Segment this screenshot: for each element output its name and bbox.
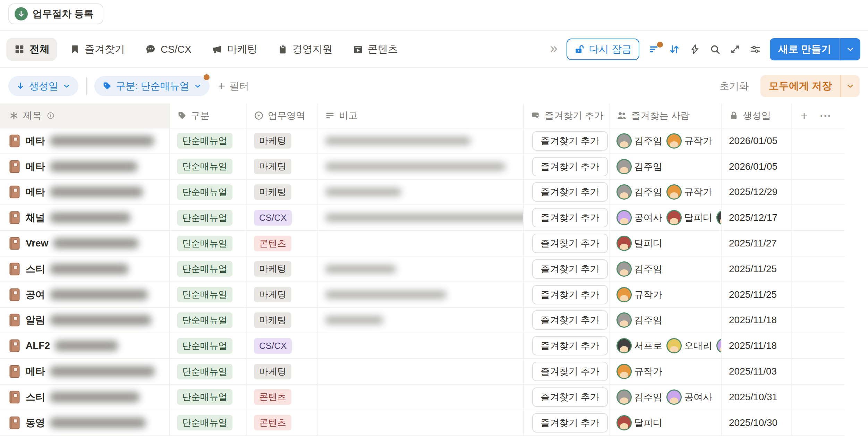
note-cell[interactable]	[318, 359, 524, 384]
more-options-button[interactable]: ⋯	[819, 109, 831, 123]
area-cell[interactable]: CS/CX	[247, 333, 318, 358]
created-date-cell[interactable]: 2026/01/05	[722, 128, 792, 153]
area-cell[interactable]: 마케팅	[247, 128, 318, 153]
favorited-people-cell[interactable]: 규작가	[610, 282, 722, 307]
table-row[interactable]: 메타 단순매뉴얼 마케팅 즐겨찾기 추가 규작가 2025/11/03	[0, 359, 844, 385]
category-cell[interactable]: 단순매뉴얼	[170, 385, 247, 410]
title-cell[interactable]: 동영	[0, 410, 170, 435]
created-date-cell[interactable]: 2025/11/18	[722, 333, 792, 358]
column-header-created[interactable]: 생성일	[722, 103, 792, 128]
sort-pill[interactable]: 생성일	[8, 76, 78, 96]
created-date-cell[interactable]: 2025/11/03	[722, 359, 792, 384]
category-cell[interactable]: 단순매뉴얼	[170, 154, 247, 179]
title-cell[interactable]: Vrew	[0, 231, 170, 256]
title-cell[interactable]: 공여	[0, 282, 170, 307]
add-favorite-button[interactable]: 즐겨찾기 추가	[532, 234, 608, 253]
title-cell[interactable]: 메타	[0, 359, 170, 384]
favorited-people-cell[interactable]: 공여사달피디	[610, 205, 722, 230]
table-row[interactable]: 스티 단순매뉴얼 마케팅 즐겨찾기 추가 김주임 2025/11/25	[0, 257, 844, 282]
favorited-people-cell[interactable]: 김주임	[610, 308, 722, 333]
favorited-people-cell[interactable]: 김주임규작가	[610, 180, 722, 205]
created-date-cell[interactable]: 2025/10/30	[722, 410, 792, 435]
created-date-cell[interactable]: 2025/10/31	[722, 385, 792, 410]
area-cell[interactable]: 마케팅	[247, 180, 318, 205]
table-row[interactable]: 채널 단순매뉴얼 CS/CX 즐겨찾기 추가 공여사달피디 2025/12/17	[0, 205, 844, 231]
category-cell[interactable]: 단순매뉴얼	[170, 180, 247, 205]
area-cell[interactable]: 콘텐츠	[247, 231, 318, 256]
category-cell[interactable]: 단순매뉴얼	[170, 359, 247, 384]
area-cell[interactable]: 콘텐츠	[247, 385, 318, 410]
favorited-people-cell[interactable]: 서프로오대리	[610, 333, 722, 358]
note-cell[interactable]	[318, 231, 524, 256]
table-row[interactable]: 동영 단순매뉴얼 콘텐츠 즐겨찾기 추가 달피디 2025/10/30	[0, 410, 844, 436]
chevron-down-icon[interactable]	[841, 82, 860, 91]
area-cell[interactable]: 마케팅	[247, 257, 318, 282]
favorited-people-cell[interactable]: 달피디	[610, 410, 722, 435]
title-cell[interactable]: 메타	[0, 180, 170, 205]
title-cell[interactable]: 메타	[0, 128, 170, 153]
tab-marketing[interactable]: 마케팅	[204, 38, 265, 61]
table-row[interactable]: Vrew 단순매뉴얼 콘텐츠 즐겨찾기 추가 달피디 2025/11/27	[0, 231, 844, 257]
note-cell[interactable]	[318, 180, 524, 205]
table-row[interactable]: 공여 단순매뉴얼 마케팅 즐겨찾기 추가 규작가 2025/11/25	[0, 282, 844, 308]
category-filter-pill[interactable]: 구분: 단순매뉴얼	[94, 76, 210, 96]
add-favorite-button[interactable]: 즐겨찾기 추가	[532, 336, 608, 355]
add-favorite-button[interactable]: 즐겨찾기 추가	[532, 182, 608, 202]
tab-favorites[interactable]: 즐겨찾기	[62, 38, 133, 61]
favorited-people-cell[interactable]: 달피디	[610, 231, 722, 256]
add-favorite-button[interactable]: 즐겨찾기 추가	[532, 362, 608, 381]
tab-management[interactable]: 경영지원	[270, 38, 340, 61]
column-header-area[interactable]: 업무영역	[247, 103, 318, 128]
title-cell[interactable]: 메타	[0, 154, 170, 179]
created-date-cell[interactable]: 2025/11/18	[722, 308, 792, 333]
add-favorite-button[interactable]: 즐겨찾기 추가	[532, 387, 608, 407]
register-procedure-button[interactable]: 업무절차 등록	[8, 3, 103, 24]
note-cell[interactable]	[318, 333, 524, 358]
area-cell[interactable]: 콘텐츠	[247, 410, 318, 435]
reset-button[interactable]: 초기화	[720, 79, 749, 93]
created-date-cell[interactable]: 2026/01/05	[722, 154, 792, 179]
expand-icon[interactable]	[730, 44, 741, 55]
favorited-people-cell[interactable]: 김주임	[610, 257, 722, 282]
table-row[interactable]: 메타 단순매뉴얼 마케팅 즐겨찾기 추가 김주임규작가 2026/01/05	[0, 128, 844, 154]
category-cell[interactable]: 단순매뉴얼	[170, 257, 247, 282]
note-cell[interactable]	[318, 154, 524, 179]
category-cell[interactable]: 단순매뉴얼	[170, 308, 247, 333]
favorited-people-cell[interactable]: 김주임	[610, 154, 722, 179]
add-favorite-button[interactable]: 즐겨찾기 추가	[532, 285, 608, 304]
add-favorite-button[interactable]: 즐겨찾기 추가	[532, 310, 608, 330]
table-row[interactable]: 메타 단순매뉴얼 마케팅 즐겨찾기 추가 김주임규작가 2025/12/29	[0, 180, 844, 206]
add-favorite-button[interactable]: 즐겨찾기 추가	[532, 413, 608, 433]
favorited-people-cell[interactable]: 김주임공여사	[610, 385, 722, 410]
note-cell[interactable]	[318, 282, 524, 307]
table-row[interactable]: 알림 단순매뉴얼 마케팅 즐겨찾기 추가 김주임 2025/11/18	[0, 308, 844, 334]
tab-content[interactable]: 콘텐츠	[345, 38, 406, 61]
created-date-cell[interactable]: 2025/11/25	[722, 282, 792, 307]
add-favorite-button[interactable]: 즐겨찾기 추가	[532, 259, 608, 279]
search-icon[interactable]	[709, 44, 721, 55]
note-cell[interactable]	[318, 385, 524, 410]
bolt-icon[interactable]	[689, 44, 700, 55]
title-cell[interactable]: 알림	[0, 308, 170, 333]
new-item-button[interactable]: 새로 만들기	[770, 38, 860, 60]
table-row[interactable]: ALF2 단순매뉴얼 CS/CX 즐겨찾기 추가 서프로오대리 2025/11/…	[0, 333, 844, 359]
area-cell[interactable]: 마케팅	[247, 359, 318, 384]
area-cell[interactable]: CS/CX	[247, 205, 318, 230]
sort-arrows-icon[interactable]	[669, 43, 680, 55]
collapse-chevrons-icon[interactable]: »	[550, 42, 558, 57]
tune-icon[interactable]	[750, 44, 761, 55]
add-filter-button[interactable]: 필터	[217, 79, 249, 93]
title-cell[interactable]: 스티	[0, 385, 170, 410]
created-date-cell[interactable]: 2025/11/25	[722, 257, 792, 282]
add-favorite-button[interactable]: 즐겨찾기 추가	[532, 208, 608, 227]
created-date-cell[interactable]: 2025/11/27	[722, 231, 792, 256]
favorited-people-cell[interactable]: 규작가	[610, 359, 722, 384]
relock-button[interactable]: 다시 잠금	[567, 39, 639, 60]
table-row[interactable]: 메타 단순매뉴얼 마케팅 즐겨찾기 추가 김주임 2026/01/05	[0, 154, 844, 180]
column-header-note[interactable]: 비고	[318, 103, 524, 128]
note-cell[interactable]	[318, 410, 524, 435]
favorited-people-cell[interactable]: 김주임규작가	[610, 128, 722, 153]
column-header-favorite[interactable]: 즐겨찾기 추가	[524, 103, 610, 128]
table-row[interactable]: 스티 단순매뉴얼 콘텐츠 즐겨찾기 추가 김주임공여사 2025/10/31	[0, 385, 844, 410]
area-cell[interactable]: 마케팅	[247, 154, 318, 179]
